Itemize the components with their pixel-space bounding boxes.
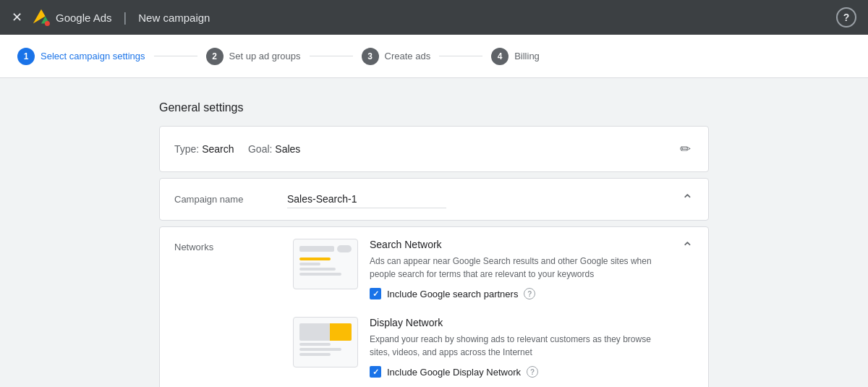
step-2[interactable]: 2 Set up ad groups bbox=[206, 48, 301, 65]
display-illus-orange bbox=[330, 323, 352, 341]
campaign-name-collapse-icon[interactable]: ⌃ bbox=[681, 191, 694, 208]
search-partners-label: Include Google search partners bbox=[387, 289, 518, 299]
type-label: Type: bbox=[174, 143, 199, 155]
step-1-circle: 1 bbox=[17, 48, 35, 65]
step-1[interactable]: 1 Select campaign settings bbox=[17, 48, 145, 65]
step-1-label: Select campaign settings bbox=[41, 51, 145, 61]
display-network-section: Display Network Expand your reach by sho… bbox=[293, 317, 664, 378]
search-illus-line-long bbox=[299, 273, 341, 276]
goal-label: Goal: bbox=[248, 143, 272, 155]
campaign-name-row: Campaign name ⌃ bbox=[174, 190, 694, 208]
step-2-circle: 2 bbox=[206, 48, 224, 65]
display-illus-line-1 bbox=[299, 343, 331, 346]
networks-collapse-icon[interactable]: ⌃ bbox=[681, 239, 694, 256]
display-network-help-icon[interactable]: ? bbox=[527, 366, 538, 378]
display-network-label: Include Google Display Network bbox=[387, 367, 521, 378]
step-3-label: Create ads bbox=[385, 51, 431, 61]
search-illus-line-med bbox=[299, 268, 336, 271]
display-network-title: Display Network bbox=[370, 317, 664, 328]
search-illus-line-short bbox=[299, 263, 320, 265]
search-network-info: Search Network Ads can appear near Googl… bbox=[370, 239, 664, 299]
app-name: Google Ads bbox=[56, 12, 112, 24]
search-illus-bar-inner bbox=[299, 246, 334, 252]
goal-value: Sales bbox=[275, 143, 300, 155]
display-illus-header bbox=[299, 323, 352, 341]
campaign-name-label: Campaign name bbox=[174, 194, 276, 205]
search-network-desc: Ads can appear near Google Search result… bbox=[370, 255, 664, 281]
search-network-checkbox-row: Include Google search partners ? bbox=[370, 288, 664, 299]
display-network-desc: Expand your reach by showing ads to rele… bbox=[370, 333, 664, 359]
steps-bar: 1 Select campaign settings 2 Set up ad g… bbox=[0, 35, 868, 78]
networks-card: Networks bbox=[159, 226, 709, 387]
display-illus-line-2 bbox=[299, 348, 341, 351]
search-network-illustration bbox=[293, 239, 358, 289]
section-title: General settings bbox=[159, 101, 709, 114]
display-network-checkbox-row: Include Google Display Network ? bbox=[370, 366, 664, 378]
main-content: General settings Type: Search Goal: Sale… bbox=[0, 78, 868, 387]
type-goal-card: Type: Search Goal: Sales ✏ bbox=[159, 126, 709, 172]
display-network-info: Display Network Expand your reach by sho… bbox=[370, 317, 664, 378]
search-illus-line-yellow bbox=[299, 258, 331, 260]
step-connector-1 bbox=[154, 56, 197, 56]
search-illus-toggle bbox=[337, 245, 352, 252]
svg-point-1 bbox=[45, 21, 50, 26]
search-network-title: Search Network bbox=[370, 239, 664, 250]
campaign-name-field-container bbox=[287, 190, 670, 208]
campaign-name-input[interactable] bbox=[287, 190, 446, 208]
display-network-illustration bbox=[293, 317, 358, 367]
edit-icon[interactable]: ✏ bbox=[677, 138, 694, 160]
step-3[interactable]: 3 Create ads bbox=[362, 48, 431, 65]
search-network-section: Search Network Ads can appear near Googl… bbox=[293, 239, 664, 299]
close-icon[interactable]: ✕ bbox=[12, 9, 22, 25]
topbar-divider: | bbox=[124, 10, 127, 25]
step-connector-2 bbox=[310, 56, 353, 56]
display-network-checkbox[interactable] bbox=[370, 366, 381, 378]
networks-content: Search Network Ads can appear near Googl… bbox=[293, 239, 664, 378]
type-goal-text: Type: Search Goal: Sales bbox=[174, 143, 677, 155]
type-value: Search bbox=[202, 143, 234, 155]
help-button[interactable]: ? bbox=[836, 7, 856, 27]
step-connector-3 bbox=[439, 56, 482, 56]
display-illus-line-3 bbox=[299, 353, 331, 356]
step-4-label: Billing bbox=[514, 51, 540, 61]
step-4[interactable]: 4 Billing bbox=[491, 48, 540, 65]
networks-row: Networks bbox=[174, 239, 694, 378]
step-2-label: Set up ad groups bbox=[229, 51, 301, 61]
logo-icon bbox=[31, 7, 51, 27]
google-ads-logo: Google Ads bbox=[31, 7, 112, 27]
search-partners-help-icon[interactable]: ? bbox=[524, 288, 535, 299]
step-3-circle: 3 bbox=[362, 48, 379, 65]
step-4-circle: 4 bbox=[491, 48, 509, 65]
networks-label: Networks bbox=[174, 239, 276, 252]
search-partners-checkbox[interactable] bbox=[370, 288, 381, 299]
campaign-title: New campaign bbox=[138, 12, 210, 24]
content-wrapper: General settings Type: Search Goal: Sale… bbox=[159, 101, 709, 387]
search-illus-bar bbox=[299, 245, 352, 252]
topbar: ✕ Google Ads | New campaign ? bbox=[0, 0, 868, 35]
campaign-name-card: Campaign name ⌃ bbox=[159, 178, 709, 221]
